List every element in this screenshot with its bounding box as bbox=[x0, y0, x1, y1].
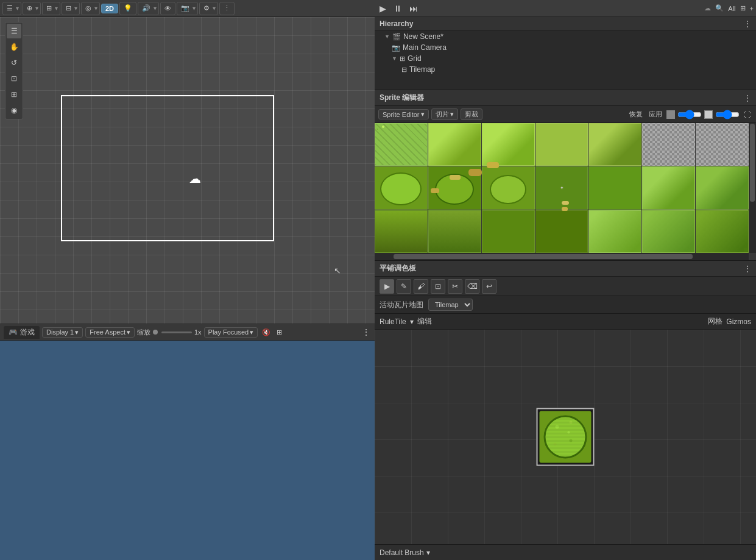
right-panel: Hierarchy ⋮ ▼ 🎬 New Scene* 📷 Main Camera… bbox=[375, 17, 756, 560]
slice-btn[interactable]: 切片 ▾ bbox=[431, 108, 458, 120]
tilemap-label-hier: Tilemap bbox=[409, 65, 435, 74]
tool-hand[interactable]: ✋ bbox=[7, 40, 21, 54]
toolbar-camera-btn[interactable]: 📷 bbox=[179, 4, 191, 13]
camera-icon: 📷 bbox=[392, 44, 400, 52]
top-toolbar: ☰ ▾ ⊕ ▾ ⊞ ▾ ⊟ ▾ ◎ ▾ 2D 💡 🔊 ▾ 👁 📷 ▾ ⚙ ▾ ⋮… bbox=[0, 0, 756, 17]
toolbar-render-btn[interactable]: ◎ bbox=[83, 4, 93, 13]
apply-btn[interactable]: 应用 bbox=[647, 109, 664, 119]
sprite-scrollbar-horizontal[interactable] bbox=[375, 253, 749, 260]
tool-scale[interactable]: ⊡ bbox=[7, 71, 21, 86]
tilemap-select-btn[interactable]: ▶ bbox=[380, 279, 394, 294]
scene-viewport[interactable]: ☰ ✋ ↺ ⊡ ⊞ ◉ ☁ ↖ bbox=[0, 17, 375, 324]
toolbar-gizmos-btn[interactable]: ⚙ bbox=[202, 4, 211, 13]
hierarchy-item-tilemap[interactable]: ⊟ Tilemap bbox=[375, 64, 756, 75]
cloud-sprite: ☁ bbox=[189, 172, 207, 183]
hierarchy-header: Hierarchy ⋮ bbox=[375, 17, 756, 31]
ruletile-row: RuleTile ▾ 编辑 网格 Gizmos bbox=[375, 314, 756, 330]
game-toolbar: Display 1 ▾ Free Aspect ▾ 缩放 1x Play Foc… bbox=[42, 327, 371, 338]
scene-tools: ☰ ✋ ↺ ⊡ ⊞ ◉ bbox=[5, 22, 23, 119]
ruletile-dropdown-arrow[interactable]: ▾ bbox=[410, 317, 414, 326]
toolbar-transform-btn[interactable]: ☰ bbox=[5, 4, 15, 13]
tool-group-camera: 📷 ▾ bbox=[177, 2, 198, 15]
tilemap-icon: ⊟ bbox=[401, 66, 407, 74]
default-brush-label: Default Brush bbox=[380, 548, 424, 557]
scene-arrow: ▼ bbox=[384, 34, 390, 40]
grid-label: 网格 bbox=[708, 316, 722, 327]
toolbar-light-btn[interactable]: 💡 bbox=[122, 4, 134, 13]
contrast-slider[interactable] bbox=[715, 110, 740, 119]
tilemap-header: 平铺调色板 ⋮ bbox=[375, 261, 756, 277]
hierarchy-item-camera[interactable]: 📷 Main Camera bbox=[375, 42, 756, 53]
fullscreen-btn[interactable]: ⛶ bbox=[742, 110, 752, 119]
add-btn[interactable]: ⊞ bbox=[738, 4, 747, 13]
tool-group-audio: 🔊 ▾ bbox=[138, 2, 159, 15]
tilemap-move-btn[interactable]: ✎ bbox=[397, 279, 411, 294]
tool-rect[interactable]: ⊞ bbox=[7, 87, 21, 102]
zoom-slider[interactable] bbox=[161, 331, 192, 333]
tilemap-paint-btn[interactable]: 🖌 bbox=[414, 279, 428, 294]
search-btn[interactable]: 🔍 bbox=[713, 4, 726, 13]
game-tab-label: 游戏 bbox=[20, 327, 35, 338]
ruletile-label: RuleTile bbox=[380, 317, 406, 326]
game-view-content bbox=[0, 341, 375, 560]
hierarchy-panel: Hierarchy ⋮ ▼ 🎬 New Scene* 📷 Main Camera… bbox=[375, 17, 756, 90]
add-label: + bbox=[750, 5, 754, 12]
tilemap-box-btn[interactable]: ⊡ bbox=[431, 279, 445, 294]
zoom-control: 缩放 1x bbox=[137, 328, 202, 337]
tilemap-undo-btn[interactable]: ↩ bbox=[482, 279, 496, 294]
grid-arrow: ▼ bbox=[392, 55, 397, 62]
main-layout: ☰ ✋ ↺ ⊡ ⊞ ◉ ☁ ↖ 🎮 游戏 Display 1 bbox=[0, 17, 756, 560]
tool-group-snap: ⊞ ▾ bbox=[42, 2, 60, 15]
display-dropdown[interactable]: Display 1 ▾ bbox=[42, 327, 83, 338]
tilemap-select[interactable]: Tilemap bbox=[428, 299, 473, 311]
pause-button[interactable]: ⏸ bbox=[390, 2, 405, 15]
step-button[interactable]: ⏭ bbox=[406, 2, 421, 15]
hierarchy-item-scene[interactable]: ▼ 🎬 New Scene* bbox=[375, 31, 756, 42]
toolbar-effects-btn[interactable]: 👁 bbox=[163, 4, 173, 13]
toolbar-misc-btn[interactable]: ⋮ bbox=[222, 4, 232, 13]
tilemap-title: 平铺调色板 bbox=[380, 263, 416, 274]
toolbar-2d-toggle[interactable]: 2D bbox=[101, 4, 118, 13]
grid-label-hier: Grid bbox=[408, 54, 422, 63]
hierarchy-item-grid[interactable]: ▼ ⊞ Grid bbox=[375, 53, 756, 64]
scene-grid bbox=[0, 17, 375, 324]
toolbar-grid-btn[interactable]: ⊟ bbox=[64, 4, 73, 13]
sprite-editor-dropdown[interactable]: Sprite Editor ▾ bbox=[378, 109, 429, 119]
toolbar-audio-btn[interactable]: 🔊 bbox=[140, 4, 152, 13]
camera-label: Main Camera bbox=[403, 43, 447, 52]
edit-label: 编辑 bbox=[417, 316, 432, 327]
scene-label: New Scene* bbox=[403, 32, 443, 41]
sprite-scrollbar-vertical[interactable] bbox=[749, 123, 756, 253]
toolbar-snap-btn[interactable]: ⊞ bbox=[44, 4, 54, 13]
color-swatch-1[interactable] bbox=[666, 110, 675, 119]
game-audio-btn[interactable]: 🔇 bbox=[260, 328, 272, 337]
zoom-slider-dot[interactable] bbox=[153, 330, 158, 335]
tool-group-grid: ⊟ ▾ bbox=[62, 2, 80, 15]
scene-icon: 🎬 bbox=[392, 33, 401, 41]
toolbar-view-btn[interactable]: ⊕ bbox=[25, 4, 34, 13]
hierarchy-more-btn[interactable]: ⋮ bbox=[744, 19, 751, 28]
revert-btn[interactable]: 恢复 bbox=[627, 109, 645, 119]
play-button[interactable]: ▶ bbox=[376, 2, 389, 15]
default-brush-dropdown[interactable]: ▾ bbox=[426, 548, 430, 557]
tilemap-pick-btn[interactable]: ✂ bbox=[448, 279, 462, 294]
aspect-dropdown[interactable]: Free Aspect ▾ bbox=[85, 327, 135, 338]
right-toolbar: ☁ 🔍 All ⊞ + bbox=[704, 4, 754, 13]
trim-btn[interactable]: 剪裁 bbox=[461, 108, 482, 120]
tilemap-more-btn[interactable]: ⋮ bbox=[744, 264, 751, 273]
game-more-btn[interactable]: ⋮ bbox=[362, 327, 371, 337]
sprite-editor-header: Sprite 编辑器 ⋮ bbox=[375, 90, 756, 106]
tilemap-erase-btn[interactable]: ⌫ bbox=[465, 279, 479, 294]
tile-canvas[interactable] bbox=[375, 330, 756, 544]
tool-move[interactable]: ☰ bbox=[7, 24, 21, 38]
color-swatch-2[interactable] bbox=[704, 110, 713, 119]
game-stats-btn[interactable]: ⊞ bbox=[275, 328, 284, 337]
brightness-slider[interactable] bbox=[677, 110, 702, 119]
play-focused-dropdown[interactable]: Play Focused ▾ bbox=[204, 327, 258, 338]
game-tab[interactable]: 🎮 游戏 bbox=[4, 326, 40, 339]
active-tilemap-row: 活动瓦片地图 Tilemap bbox=[375, 296, 756, 314]
sprite-canvas-area[interactable]: , bbox=[375, 123, 756, 260]
tool-transform[interactable]: ◉ bbox=[7, 103, 21, 118]
tool-rotate[interactable]: ↺ bbox=[7, 55, 21, 70]
sprite-editor-more-btn[interactable]: ⋮ bbox=[744, 94, 751, 102]
